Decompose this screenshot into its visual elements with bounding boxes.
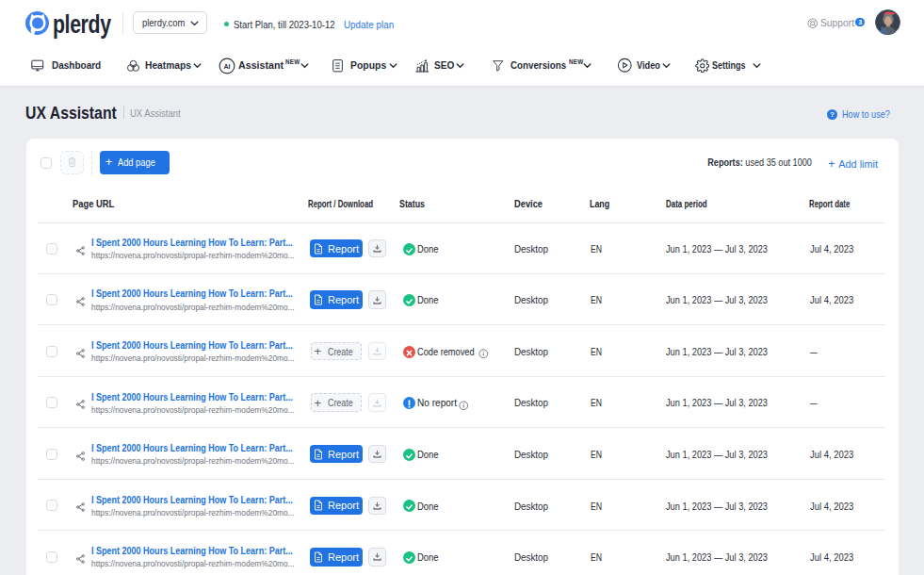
- svg-text:AI: AI: [223, 62, 230, 70]
- svg-text:?: ?: [830, 110, 835, 119]
